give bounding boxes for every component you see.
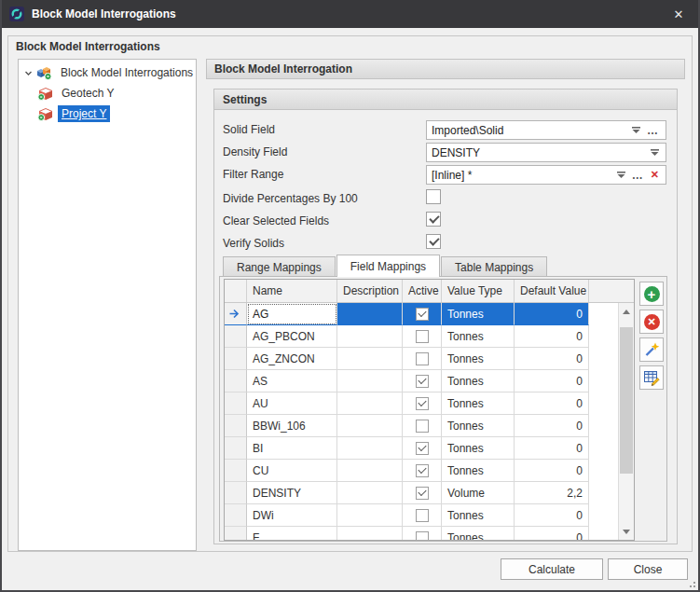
dropdown-arrow-icon[interactable]	[632, 127, 640, 133]
cell-value-type[interactable]: Tonnes	[442, 392, 515, 415]
table-row[interactable]: AG_ZNCONTonnes0	[225, 348, 618, 370]
interrogations-tree[interactable]: Block Model Interrogations Geotech Y	[18, 59, 197, 551]
cell-default-value[interactable]: 0	[515, 504, 589, 527]
cell-description[interactable]	[337, 460, 403, 482]
cell-description[interactable]	[337, 504, 403, 527]
table-row[interactable]: DENSITYVolume2,2	[225, 482, 618, 504]
col-value-type[interactable]: Value Type	[442, 280, 515, 302]
tree-root-node[interactable]: Block Model Interrogations	[19, 62, 196, 83]
tree-node-label[interactable]: Geotech Y	[58, 85, 117, 102]
cell-description[interactable]	[337, 370, 403, 392]
active-checkbox[interactable]	[416, 509, 429, 522]
cell-active[interactable]	[403, 415, 442, 437]
cell-value-type[interactable]: Tonnes	[442, 460, 515, 482]
table-row[interactable]: AGTonnes0	[225, 303, 618, 325]
cell-name[interactable]: CU	[247, 460, 337, 482]
col-active[interactable]: Active	[403, 280, 442, 302]
cell-default-value[interactable]: 0	[515, 370, 589, 392]
cell-name[interactable]: AG_PBCON	[247, 325, 337, 348]
verify-solids-checkbox[interactable]	[426, 234, 441, 249]
cell-name[interactable]: AG	[247, 303, 337, 325]
cell-value-type[interactable]: Tonnes	[442, 348, 515, 370]
cell-default-value[interactable]: 0	[515, 325, 589, 348]
tree-node-geotech[interactable]: Geotech Y	[19, 83, 196, 103]
table-row[interactable]: AUTonnes0	[225, 392, 618, 415]
cell-default-value[interactable]: 0	[515, 348, 589, 370]
active-checkbox[interactable]	[416, 487, 429, 500]
col-description[interactable]: Description	[337, 280, 403, 302]
cell-name[interactable]: DENSITY	[247, 482, 337, 504]
tree-node-project[interactable]: Project Y	[19, 103, 196, 124]
cell-value-type[interactable]: Volume	[442, 482, 515, 504]
grid-scrollbar[interactable]	[618, 303, 634, 540]
cell-name[interactable]: F	[247, 527, 337, 540]
table-row[interactable]: AG_PBCONTonnes0	[225, 325, 618, 348]
close-button[interactable]: Close	[608, 558, 688, 580]
active-checkbox[interactable]	[416, 330, 429, 343]
cell-default-value[interactable]: 0	[515, 437, 589, 460]
cell-name[interactable]: AG_ZNCON	[247, 348, 337, 370]
active-checkbox[interactable]	[416, 420, 429, 433]
table-row[interactable]: DWiTonnes0	[225, 504, 618, 527]
cell-description[interactable]	[337, 527, 403, 540]
cell-default-value[interactable]: 2,2	[515, 482, 589, 504]
cell-description[interactable]	[337, 437, 403, 460]
cell-name[interactable]: BI	[247, 437, 337, 460]
tree-node-label[interactable]: Project Y	[58, 105, 110, 122]
cell-value-type[interactable]: Tonnes	[442, 303, 515, 325]
col-name[interactable]: Name	[247, 280, 337, 302]
cell-name[interactable]: DWi	[247, 504, 337, 527]
cell-value-type[interactable]: Tonnes	[442, 527, 515, 540]
auto-map-button[interactable]	[639, 337, 664, 362]
cell-active[interactable]	[403, 460, 442, 482]
clear-filter-button[interactable]: ✕	[651, 169, 659, 181]
cell-description[interactable]	[337, 415, 403, 437]
close-window-button[interactable]: ✕	[663, 0, 694, 28]
table-row[interactable]: CUTonnes0	[225, 460, 618, 482]
col-default-value[interactable]: Default Value	[515, 280, 589, 302]
cell-default-value[interactable]: 0	[515, 527, 589, 540]
delete-row-button[interactable]: ✕	[639, 310, 664, 334]
table-row[interactable]: ASTonnes0	[225, 370, 618, 392]
active-checkbox[interactable]	[416, 531, 429, 541]
active-checkbox[interactable]	[416, 397, 429, 410]
cell-active[interactable]	[403, 325, 442, 348]
cell-value-type[interactable]: Tonnes	[442, 370, 515, 392]
cell-value-type[interactable]: Tonnes	[442, 325, 515, 348]
cell-default-value[interactable]: 0	[515, 303, 589, 325]
clear-selected-checkbox[interactable]	[426, 212, 441, 227]
calculate-button[interactable]: Calculate	[501, 558, 603, 580]
cell-value-type[interactable]: Tonnes	[442, 504, 515, 527]
cell-value-type[interactable]: Tonnes	[442, 415, 515, 437]
cell-description[interactable]	[337, 325, 403, 348]
ellipsis-button[interactable]: …	[632, 172, 644, 179]
divide-percentages-checkbox[interactable]	[426, 189, 441, 204]
dropdown-arrow-icon[interactable]	[651, 149, 659, 156]
active-checkbox[interactable]	[416, 375, 429, 388]
tab-field-mappings[interactable]: Field Mappings	[336, 255, 440, 277]
cell-value-type[interactable]: Tonnes	[442, 437, 515, 460]
filter-range-input[interactable]: [Inline] * … ✕	[426, 165, 666, 185]
table-row[interactable]: FTonnes0	[225, 527, 618, 540]
active-checkbox[interactable]	[416, 308, 429, 321]
tree-root-label[interactable]: Block Model Interrogations	[57, 64, 197, 81]
cell-default-value[interactable]: 0	[515, 460, 589, 482]
cell-description[interactable]	[337, 348, 403, 370]
tab-range-mappings[interactable]: Range Mappings	[223, 256, 336, 277]
scrollbar-thumb[interactable]	[620, 327, 633, 474]
resize-grip[interactable]	[686, 578, 695, 587]
cell-active[interactable]	[403, 348, 442, 370]
dropdown-arrow-icon[interactable]	[617, 172, 625, 178]
cell-active[interactable]	[403, 527, 442, 540]
cell-active[interactable]	[403, 437, 442, 460]
cell-active[interactable]	[403, 504, 442, 527]
tab-table-mappings[interactable]: Table Mappings	[441, 256, 547, 277]
table-row[interactable]: BBWi_106Tonnes0	[225, 415, 618, 437]
ellipsis-button[interactable]: …	[647, 127, 659, 134]
cell-description[interactable]	[337, 482, 403, 504]
cell-active[interactable]	[403, 303, 442, 325]
cell-name[interactable]: AU	[247, 392, 337, 415]
add-row-button[interactable]: +	[639, 282, 664, 306]
cell-name[interactable]: AS	[247, 370, 337, 392]
cell-active[interactable]	[403, 370, 442, 392]
